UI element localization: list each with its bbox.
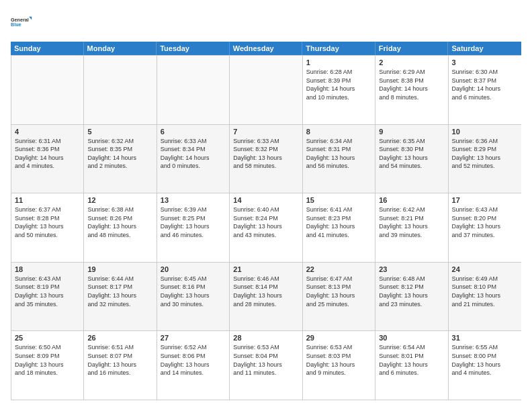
day-number: 7 (233, 128, 298, 136)
cell-info: Sunrise: 6:46 AMSunset: 8:14 PMDaylight:… (233, 275, 298, 308)
day-number: 4 (15, 128, 80, 136)
cal-cell-4-5: 30Sunrise: 6:54 AMSunset: 8:01 PMDayligh… (375, 331, 448, 400)
cell-info: Sunrise: 6:51 AMSunset: 8:07 PMDaylight:… (87, 343, 152, 377)
day-number: 23 (379, 265, 444, 273)
day-number: 25 (15, 334, 80, 342)
cal-cell-2-5: 16Sunrise: 6:42 AMSunset: 8:21 PMDayligh… (375, 193, 448, 262)
cell-info: Sunrise: 6:44 AMSunset: 8:17 PMDaylight:… (87, 275, 152, 308)
svg-text:Blue: Blue (11, 21, 21, 28)
day-number: 27 (161, 334, 226, 342)
cell-info: Sunrise: 6:36 AMSunset: 8:29 PMDaylight:… (452, 137, 518, 171)
cell-info: Sunrise: 6:45 AMSunset: 8:16 PMDaylight:… (161, 275, 226, 308)
cell-info: Sunrise: 6:54 AMSunset: 8:01 PMDaylight:… (379, 343, 444, 377)
cal-cell-1-0: 4Sunrise: 6:31 AMSunset: 8:36 PMDaylight… (11, 125, 84, 193)
calendar: SundayMondayTuesdayWednesdayThursdayFrid… (11, 42, 521, 400)
cal-cell-1-6: 10Sunrise: 6:36 AMSunset: 8:29 PMDayligh… (449, 125, 521, 193)
day-number: 1 (306, 58, 371, 66)
day-number: 13 (161, 196, 226, 204)
cal-cell-1-3: 7Sunrise: 6:33 AMSunset: 8:32 PMDaylight… (230, 125, 302, 193)
cal-cell-3-2: 20Sunrise: 6:45 AMSunset: 8:16 PMDayligh… (157, 263, 230, 331)
cell-info: Sunrise: 6:40 AMSunset: 8:24 PMDaylight:… (233, 205, 298, 239)
cal-cell-4-6: 31Sunrise: 6:55 AMSunset: 8:00 PMDayligh… (449, 331, 521, 400)
cal-cell-2-2: 13Sunrise: 6:39 AMSunset: 8:25 PMDayligh… (157, 193, 230, 262)
cell-info: Sunrise: 6:47 AMSunset: 8:13 PMDaylight:… (306, 275, 371, 308)
cal-cell-0-5: 2Sunrise: 6:29 AMSunset: 8:38 PMDaylight… (375, 56, 448, 124)
cal-cell-3-0: 18Sunrise: 6:43 AMSunset: 8:19 PMDayligh… (11, 263, 84, 331)
calendar-header: SundayMondayTuesdayWednesdayThursdayFrid… (11, 42, 521, 55)
week-row-1: 1Sunrise: 6:28 AMSunset: 8:39 PMDaylight… (11, 56, 521, 125)
cell-info: Sunrise: 6:35 AMSunset: 8:30 PMDaylight:… (379, 137, 444, 171)
cal-cell-4-3: 28Sunrise: 6:53 AMSunset: 8:04 PMDayligh… (230, 331, 302, 400)
cell-info: Sunrise: 6:43 AMSunset: 8:20 PMDaylight:… (452, 205, 518, 239)
day-number: 14 (233, 196, 298, 204)
day-number: 24 (452, 265, 518, 273)
cal-cell-1-1: 5Sunrise: 6:32 AMSunset: 8:35 PMDaylight… (84, 125, 157, 193)
cal-cell-3-3: 21Sunrise: 6:46 AMSunset: 8:14 PMDayligh… (230, 263, 302, 331)
cal-cell-4-2: 27Sunrise: 6:52 AMSunset: 8:06 PMDayligh… (157, 331, 230, 400)
day-number: 10 (452, 128, 518, 136)
day-number: 19 (87, 265, 152, 273)
page-header: General Blue (11, 11, 521, 35)
header-saturday: Saturday (448, 42, 521, 55)
cal-cell-2-0: 11Sunrise: 6:37 AMSunset: 8:28 PMDayligh… (11, 193, 84, 262)
cal-cell-1-5: 9Sunrise: 6:35 AMSunset: 8:30 PMDaylight… (375, 125, 448, 193)
cal-cell-0-4: 1Sunrise: 6:28 AMSunset: 8:39 PMDaylight… (303, 56, 375, 124)
cell-info: Sunrise: 6:29 AMSunset: 8:38 PMDaylight:… (379, 68, 444, 101)
day-number: 15 (306, 196, 371, 204)
cal-cell-3-4: 22Sunrise: 6:47 AMSunset: 8:13 PMDayligh… (303, 263, 375, 331)
day-number: 12 (87, 196, 152, 204)
cell-info: Sunrise: 6:49 AMSunset: 8:10 PMDaylight:… (452, 275, 518, 308)
day-number: 26 (87, 334, 152, 342)
day-number: 18 (15, 265, 80, 273)
cal-cell-0-3 (230, 56, 302, 124)
day-number: 29 (306, 334, 371, 342)
header-sunday: Sunday (11, 42, 84, 55)
day-number: 21 (233, 265, 298, 273)
cal-cell-1-2: 6Sunrise: 6:33 AMSunset: 8:34 PMDaylight… (157, 125, 230, 193)
day-number: 6 (161, 128, 226, 136)
week-row-4: 18Sunrise: 6:43 AMSunset: 8:19 PMDayligh… (11, 263, 521, 332)
cal-cell-4-1: 26Sunrise: 6:51 AMSunset: 8:07 PMDayligh… (84, 331, 157, 400)
cal-cell-4-4: 29Sunrise: 6:53 AMSunset: 8:03 PMDayligh… (303, 331, 375, 400)
day-number: 2 (379, 58, 444, 66)
cell-info: Sunrise: 6:41 AMSunset: 8:23 PMDaylight:… (306, 205, 371, 239)
header-friday: Friday (375, 42, 449, 55)
cell-info: Sunrise: 6:55 AMSunset: 8:00 PMDaylight:… (452, 343, 518, 377)
svg-marker-2 (29, 17, 32, 20)
day-number: 20 (161, 265, 226, 273)
cal-cell-2-6: 17Sunrise: 6:43 AMSunset: 8:20 PMDayligh… (449, 193, 521, 262)
day-number: 22 (306, 265, 371, 273)
cal-cell-2-4: 15Sunrise: 6:41 AMSunset: 8:23 PMDayligh… (303, 193, 375, 262)
cal-cell-4-0: 25Sunrise: 6:50 AMSunset: 8:09 PMDayligh… (11, 331, 84, 400)
day-number: 9 (379, 128, 444, 136)
header-monday: Monday (84, 42, 157, 55)
cell-info: Sunrise: 6:48 AMSunset: 8:12 PMDaylight:… (379, 275, 444, 308)
cell-info: Sunrise: 6:33 AMSunset: 8:34 PMDaylight:… (161, 137, 226, 171)
cal-cell-3-5: 23Sunrise: 6:48 AMSunset: 8:12 PMDayligh… (375, 263, 448, 331)
week-row-5: 25Sunrise: 6:50 AMSunset: 8:09 PMDayligh… (11, 331, 521, 400)
day-number: 5 (87, 128, 152, 136)
day-number: 8 (306, 128, 371, 136)
day-number: 3 (452, 58, 518, 66)
day-number: 16 (379, 196, 444, 204)
header-tuesday: Tuesday (157, 42, 230, 55)
cell-info: Sunrise: 6:52 AMSunset: 8:06 PMDaylight:… (161, 343, 226, 377)
day-number: 28 (233, 334, 298, 342)
cal-cell-2-3: 14Sunrise: 6:40 AMSunset: 8:24 PMDayligh… (230, 193, 302, 262)
cell-info: Sunrise: 6:34 AMSunset: 8:31 PMDaylight:… (306, 137, 371, 171)
cell-info: Sunrise: 6:38 AMSunset: 8:26 PMDaylight:… (87, 205, 152, 239)
cell-info: Sunrise: 6:30 AMSunset: 8:37 PMDaylight:… (452, 68, 518, 101)
logo: General Blue (11, 11, 32, 35)
cal-cell-0-6: 3Sunrise: 6:30 AMSunset: 8:37 PMDaylight… (449, 56, 521, 124)
cell-info: Sunrise: 6:32 AMSunset: 8:35 PMDaylight:… (87, 137, 152, 171)
cell-info: Sunrise: 6:37 AMSunset: 8:28 PMDaylight:… (15, 205, 80, 239)
cell-info: Sunrise: 6:39 AMSunset: 8:25 PMDaylight:… (161, 205, 226, 239)
cal-cell-3-6: 24Sunrise: 6:49 AMSunset: 8:10 PMDayligh… (449, 263, 521, 331)
week-row-2: 4Sunrise: 6:31 AMSunset: 8:36 PMDaylight… (11, 125, 521, 194)
cell-info: Sunrise: 6:28 AMSunset: 8:39 PMDaylight:… (306, 68, 371, 101)
cal-cell-2-1: 12Sunrise: 6:38 AMSunset: 8:26 PMDayligh… (84, 193, 157, 262)
cell-info: Sunrise: 6:53 AMSunset: 8:04 PMDaylight:… (233, 343, 298, 377)
cal-cell-0-0 (11, 56, 84, 124)
cal-cell-0-2 (157, 56, 230, 124)
cal-cell-0-1 (84, 56, 157, 124)
